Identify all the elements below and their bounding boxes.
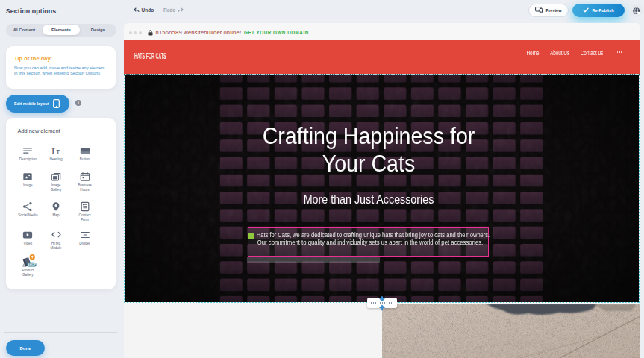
svg-text:SHOP: SHOP [28,263,36,266]
svg-text:T: T [56,149,60,155]
svg-text:T: T [51,147,56,155]
